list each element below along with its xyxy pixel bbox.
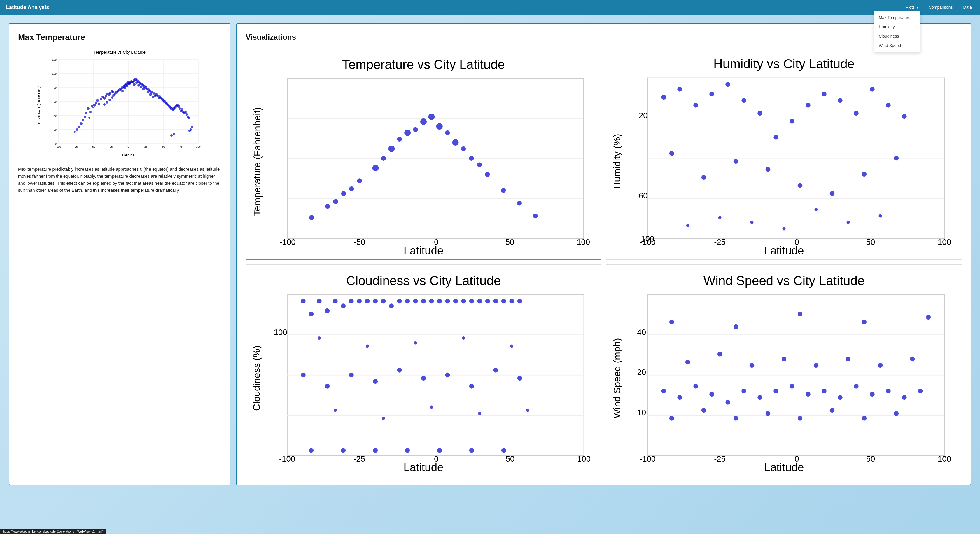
svg-point-103 <box>120 88 122 90</box>
svg-text:20: 20 <box>637 368 646 377</box>
svg-point-354 <box>830 408 835 413</box>
nav-plots[interactable]: Plots ▾ Max Temperature Humidity Cloudin… <box>903 4 921 11</box>
svg-point-271 <box>357 298 362 303</box>
svg-text:100: 100 <box>641 234 654 243</box>
svg-text:10: 10 <box>637 408 646 417</box>
svg-point-289 <box>501 298 506 303</box>
svg-text:50: 50 <box>866 454 875 463</box>
svg-text:0: 0 <box>434 454 438 463</box>
svg-text:0: 0 <box>434 238 438 247</box>
svg-point-297 <box>421 376 426 381</box>
svg-point-241 <box>894 156 899 161</box>
svg-text:-100: -100 <box>640 454 655 463</box>
svg-text:0: 0 <box>127 145 129 148</box>
svg-point-303 <box>341 448 346 453</box>
svg-point-161 <box>133 83 135 86</box>
svg-point-227 <box>806 103 811 108</box>
svg-point-190 <box>428 113 434 120</box>
svg-point-198 <box>397 137 402 142</box>
dropdown-wind-speed[interactable]: Wind Speed <box>874 41 920 50</box>
svg-text:Wind Speed vs City Latitude: Wind Speed vs City Latitude <box>703 273 865 288</box>
svg-point-184 <box>341 191 346 196</box>
svg-point-366 <box>733 324 738 329</box>
svg-point-339 <box>773 388 778 393</box>
svg-point-300 <box>493 368 498 373</box>
svg-point-89 <box>82 119 84 121</box>
svg-point-349 <box>670 416 675 421</box>
svg-point-270 <box>349 298 354 303</box>
svg-point-243 <box>718 216 722 219</box>
svg-text:0: 0 <box>55 142 57 145</box>
svg-point-202 <box>461 147 466 151</box>
svg-point-93 <box>74 131 76 133</box>
svg-point-205 <box>349 187 354 191</box>
svg-point-157 <box>123 86 126 89</box>
svg-point-240 <box>862 172 867 177</box>
svg-text:Latitude: Latitude <box>122 153 135 157</box>
svg-point-342 <box>822 388 827 393</box>
svg-point-309 <box>318 336 321 340</box>
navbar: Latitude Analysis Plots ▾ Max Temperatur… <box>0 0 980 14</box>
svg-text:-50: -50 <box>354 238 366 247</box>
svg-point-276 <box>397 298 402 303</box>
svg-point-358 <box>718 352 722 357</box>
svg-point-351 <box>733 416 738 421</box>
plots-dropdown: Max Temperature Humidity Cloudiness Wind… <box>874 11 921 52</box>
svg-point-201 <box>445 131 450 135</box>
svg-text:0: 0 <box>794 454 799 463</box>
svg-point-191 <box>436 123 443 129</box>
svg-point-165 <box>142 87 145 90</box>
svg-point-218 <box>661 95 666 100</box>
svg-text:40: 40 <box>54 115 57 117</box>
svg-text:-100: -100 <box>279 454 295 463</box>
svg-text:100: 100 <box>577 454 590 463</box>
svg-point-291 <box>517 298 522 303</box>
main-chart: Temperature vs City Latitude Temperature… <box>18 48 221 159</box>
svg-point-235 <box>702 175 706 180</box>
svg-text:-25: -25 <box>714 454 725 463</box>
svg-point-222 <box>725 82 730 87</box>
svg-point-346 <box>886 388 891 393</box>
svg-point-150 <box>186 113 188 116</box>
svg-point-348 <box>918 388 923 393</box>
svg-text:50: 50 <box>506 454 515 463</box>
svg-point-169 <box>111 96 113 99</box>
svg-point-318 <box>526 408 530 412</box>
nav-data[interactable]: Data <box>961 4 974 11</box>
svg-point-333 <box>677 395 682 400</box>
viz-temperature[interactable]: Temperature vs City Latitude Temperature… <box>246 48 601 260</box>
svg-text:100: 100 <box>938 454 951 463</box>
svg-point-155 <box>188 117 190 119</box>
svg-point-273 <box>373 298 378 303</box>
svg-point-280 <box>429 298 434 303</box>
svg-point-347 <box>902 395 907 400</box>
svg-text:-75: -75 <box>74 145 78 148</box>
svg-text:100: 100 <box>274 327 287 336</box>
svg-point-359 <box>749 363 754 368</box>
svg-point-156 <box>121 90 124 92</box>
svg-point-192 <box>452 139 459 146</box>
svg-text:-100: -100 <box>280 238 296 247</box>
nav-comparisons[interactable]: Comparisons <box>926 4 955 11</box>
svg-point-149 <box>185 111 187 113</box>
viz-humidity[interactable]: Humidity vs City Latitude Humidity (%) L… <box>606 48 962 260</box>
svg-point-196 <box>517 201 522 206</box>
dropdown-humidity[interactable]: Humidity <box>874 22 920 32</box>
svg-point-356 <box>894 411 899 416</box>
viz-wind-speed[interactable]: Wind Speed vs City Latitude Wind Speed (… <box>606 265 962 476</box>
viz-cloudiness[interactable]: Cloudiness vs City Latitude Cloudiness (… <box>246 265 601 476</box>
svg-point-245 <box>783 227 786 231</box>
description-text: Max temperature predictably increases as… <box>18 166 221 194</box>
svg-point-308 <box>501 448 506 453</box>
svg-point-90 <box>80 122 83 125</box>
svg-point-152 <box>189 128 192 131</box>
svg-point-286 <box>477 298 482 303</box>
svg-point-232 <box>886 103 891 108</box>
svg-point-81 <box>103 97 106 99</box>
svg-point-246 <box>815 208 818 211</box>
svg-point-141 <box>177 105 180 108</box>
dropdown-max-temperature[interactable]: Max Temperature <box>874 13 920 22</box>
svg-text:25: 25 <box>145 145 147 148</box>
svg-point-293 <box>325 384 330 389</box>
dropdown-cloudiness[interactable]: Cloudiness <box>874 32 920 41</box>
